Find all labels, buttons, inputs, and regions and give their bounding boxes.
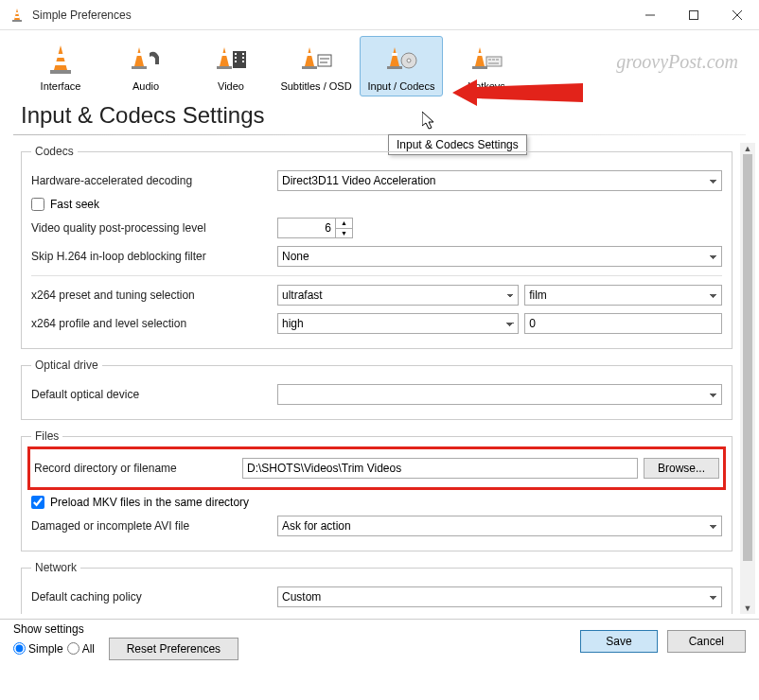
network-group: Network Default caching policy Custom [21, 561, 733, 614]
group-legend: Codecs [31, 145, 78, 158]
x264-profile-select[interactable]: high [277, 313, 519, 334]
svg-marker-15 [220, 47, 229, 66]
codecs-group: Codecs Hardware-accelerated decoding Dir… [21, 145, 733, 349]
record-dir-label: Record directory or filename [34, 462, 242, 475]
damaged-avi-select[interactable]: Ask for action [277, 516, 722, 536]
svg-rect-38 [472, 66, 487, 69]
svg-marker-36 [475, 47, 485, 66]
skip-deblock-select[interactable]: None [277, 246, 722, 267]
scroll-up-icon[interactable]: ▲ [740, 143, 755, 154]
tab-interface[interactable]: Interface [19, 36, 102, 96]
headphones-cone-icon [129, 44, 163, 76]
x264-preset-select[interactable]: ultrafast [277, 285, 519, 306]
svg-rect-13 [136, 53, 142, 56]
maximize-button[interactable] [672, 0, 715, 30]
optical-device-select[interactable] [277, 384, 722, 405]
video-quality-input[interactable] [277, 218, 336, 238]
svg-rect-2 [15, 16, 20, 18]
svg-rect-11 [50, 70, 71, 74]
svg-rect-40 [488, 59, 491, 61]
svg-rect-37 [477, 53, 483, 56]
files-group: Files Record directory or filename Brows… [21, 429, 733, 551]
tab-label: Input / Codecs [368, 80, 435, 92]
svg-rect-23 [242, 57, 244, 59]
group-legend: Files [31, 429, 62, 443]
caching-policy-select[interactable]: Custom [277, 586, 722, 607]
svg-rect-5 [690, 10, 698, 19]
category-tabs: Interface Audio Video Subtitles / OSD In… [0, 30, 759, 96]
scroll-down-icon[interactable]: ▼ [740, 603, 755, 614]
titlebar: Simple Preferences [0, 0, 759, 30]
group-legend: Optical drive [31, 359, 102, 372]
browse-button[interactable]: Browse... [644, 458, 719, 479]
svg-rect-10 [55, 61, 66, 65]
divider [31, 275, 722, 276]
tab-subtitles[interactable]: Subtitles / OSD [274, 36, 358, 96]
tab-video[interactable]: Video [189, 36, 273, 96]
optical-device-label: Default optical device [31, 388, 277, 401]
cancel-button[interactable]: Cancel [667, 630, 746, 653]
damaged-avi-label: Damaged or incomplete AVI file [31, 519, 277, 533]
radio-all[interactable]: All [67, 642, 95, 656]
tab-hotkeys[interactable]: Hotkeys [445, 36, 528, 96]
video-quality-spinner[interactable]: ▲▼ [277, 218, 353, 238]
svg-rect-42 [496, 59, 499, 61]
preload-mkv-label: Preload MKV files in the same directory [50, 496, 249, 509]
app-icon [9, 8, 25, 23]
subtitles-cone-icon [299, 44, 333, 76]
spin-down-icon[interactable]: ▼ [336, 229, 352, 238]
hw-decoding-select[interactable]: Direct3D11 Video Acceleration [277, 170, 722, 191]
svg-rect-3 [12, 20, 22, 22]
save-button[interactable]: Save [580, 630, 657, 653]
svg-marker-12 [134, 47, 144, 66]
minimize-button[interactable] [628, 0, 672, 30]
tab-audio[interactable]: Audio [104, 36, 187, 96]
disc-cone-icon [384, 44, 418, 76]
x264-level-input[interactable] [524, 313, 722, 334]
fastseek-checkbox[interactable] [31, 198, 44, 211]
svg-rect-39 [486, 57, 502, 66]
svg-rect-27 [302, 66, 317, 69]
svg-rect-32 [392, 53, 397, 56]
keyboard-cone-icon [469, 44, 503, 76]
svg-rect-20 [235, 57, 237, 59]
scrollbar[interactable]: ▲ ▼ [740, 143, 755, 614]
optical-group: Optical drive Default optical device [21, 359, 733, 420]
svg-rect-9 [57, 54, 64, 58]
svg-rect-24 [242, 61, 244, 62]
tab-label: Interface [41, 80, 81, 92]
tab-label: Hotkeys [468, 80, 505, 92]
close-button[interactable] [715, 0, 759, 30]
fastseek-label: Fast seek [50, 198, 99, 211]
tab-input-codecs[interactable]: Input / Codecs [360, 36, 443, 96]
svg-rect-43 [488, 62, 499, 64]
window-title: Simple Preferences [32, 9, 628, 22]
radio-simple[interactable]: Simple [13, 642, 63, 656]
reset-button[interactable]: Reset Preferences [109, 638, 238, 660]
svg-rect-41 [492, 59, 495, 61]
video-quality-label: Video quality post-processing level [31, 221, 277, 235]
x264-profile-label: x264 profile and level selection [31, 317, 277, 330]
svg-rect-17 [217, 66, 232, 69]
tab-label: Subtitles / OSD [280, 80, 351, 92]
scroll-thumb[interactable] [743, 154, 752, 561]
footer: Show settings Simple All Reset Preferenc… [0, 619, 759, 662]
show-settings-label: Show settings [13, 622, 238, 636]
svg-rect-14 [132, 66, 147, 69]
settings-content: Codecs Hardware-accelerated decoding Dir… [0, 141, 759, 619]
x264-preset-label: x264 preset and tuning selection [31, 289, 277, 302]
svg-rect-26 [307, 53, 312, 56]
record-dir-input[interactable] [242, 458, 638, 479]
skip-deblock-label: Skip H.264 in-loop deblocking filter [31, 250, 277, 263]
highlight-annotation: Record directory or filename Browse... [27, 446, 726, 490]
preload-mkv-checkbox[interactable] [31, 496, 44, 509]
film-cone-icon [214, 44, 248, 76]
svg-rect-16 [221, 53, 227, 56]
show-settings: Show settings Simple All Reset Preferenc… [13, 622, 238, 660]
x264-tune-select[interactable]: film [524, 285, 722, 306]
svg-rect-28 [318, 55, 331, 66]
svg-rect-19 [235, 53, 237, 55]
divider [13, 134, 746, 135]
cone-icon [46, 44, 75, 76]
spin-up-icon[interactable]: ▲ [336, 219, 352, 229]
